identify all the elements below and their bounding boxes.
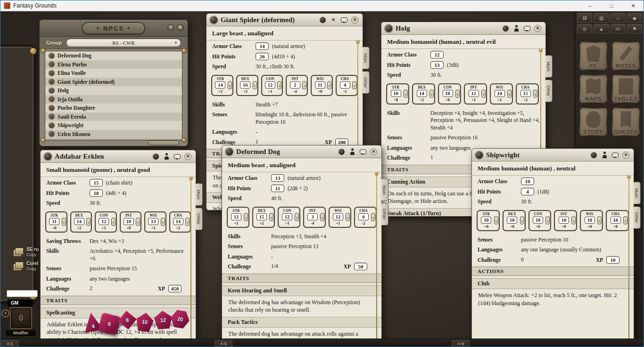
- sidebar-stamp-button[interactable]: NOTES: [612, 42, 640, 70]
- armor-class-value[interactable]: 15: [90, 179, 103, 186]
- ability-score[interactable]: 13: [148, 218, 158, 225]
- close-ic icon[interactable]: ✕: [370, 148, 377, 155]
- ability-score[interactable]: 10: [391, 90, 401, 97]
- statblock-titlebar[interactable]: Shipwright ✕: [472, 149, 634, 161]
- sidebar-stamp-button[interactable]: STORY: [579, 108, 607, 136]
- window-knob-icon[interactable]: [210, 16, 217, 24]
- ability-score[interactable]: 11: [315, 81, 325, 89]
- ability-box[interactable]: CHA 10 +0 S: [606, 210, 629, 231]
- tab-main[interactable]: Main: [545, 55, 553, 78]
- ability-save-roll-icon[interactable]: S: [481, 90, 486, 98]
- tab-main[interactable]: Main: [362, 47, 370, 69]
- hit-points-value[interactable]: 18: [90, 189, 103, 197]
- minimize-button[interactable]: –: [579, 0, 601, 11]
- ability-score[interactable]: 11: [49, 218, 59, 225]
- ability-box[interactable]: CON 12 +1 S: [278, 207, 300, 228]
- ability-save-roll-icon[interactable]: S: [327, 81, 331, 89]
- ability-box[interactable]: WIS 12 +1 S: [329, 207, 351, 228]
- close-icon[interactable]: ✕: [351, 16, 358, 24]
- ability-save-roll-icon[interactable]: S: [545, 217, 550, 225]
- ability-box[interactable]: STR 10 +0 S: [477, 210, 500, 231]
- ability-score[interactable]: 10: [559, 217, 569, 224]
- ability-box[interactable]: INT 10 +0 S: [554, 210, 577, 231]
- ability-score[interactable]: 10: [507, 217, 517, 224]
- tab-other[interactable]: Other: [195, 208, 203, 230]
- os-titlebar[interactable]: Fantasy Grounds – □ ✕: [0, 0, 644, 11]
- ability-save-roll-icon[interactable]: S: [533, 90, 537, 98]
- ability-score[interactable]: 15: [520, 90, 531, 97]
- npc-list-item[interactable]: Holg: [45, 86, 182, 95]
- close-icon[interactable]: ✕: [622, 152, 629, 159]
- npc-window-footer-tab[interactable]: [148, 140, 179, 145]
- lock-icon[interactable]: [338, 149, 345, 155]
- ability-box[interactable]: CON 10 +0 S: [528, 210, 552, 231]
- sidebar-tool-button[interactable]: ⚑: [627, 24, 642, 33]
- group-select[interactable]: RS - CWR ▾: [66, 39, 181, 47]
- ability-score[interactable]: 14: [215, 81, 225, 89]
- ability-box[interactable]: CHA 14 +2 S: [169, 211, 191, 233]
- sidebar-stamp-button[interactable]: PC: [579, 42, 607, 70]
- tab-main[interactable]: Main: [381, 178, 388, 201]
- ability-save-roll-icon[interactable]: S: [429, 90, 434, 98]
- window-knob-icon[interactable]: [226, 148, 233, 155]
- ability-box[interactable]: WIS 14 +2 S: [490, 83, 513, 105]
- ability-box[interactable]: WIS 10 +0 S: [580, 210, 603, 231]
- npc-list-item[interactable]: Giant Spider (deformed): [45, 78, 182, 87]
- ability-save-roll-icon[interactable]: S: [597, 217, 602, 225]
- ability-score[interactable]: 14: [173, 218, 183, 225]
- ability-box[interactable]: CHA 6 -2 S: [354, 207, 377, 228]
- ability-score[interactable]: 12: [333, 213, 343, 220]
- ability-save-roll-icon[interactable]: S: [507, 90, 512, 98]
- statblock-titlebar[interactable]: Deformed Dog ✕: [222, 145, 381, 158]
- tab-main[interactable]: Main: [195, 183, 203, 206]
- ability-save-roll-icon[interactable]: S: [277, 81, 281, 89]
- lock-icon[interactable]: [590, 152, 597, 158]
- ability-save-roll-icon[interactable]: S: [346, 213, 350, 221]
- statblock-titlebar[interactable]: Giant Spider (deformed) ☀ ✕: [206, 14, 363, 26]
- ability-score[interactable]: 3: [307, 213, 318, 220]
- ability-score[interactable]: 14: [495, 90, 505, 97]
- bottom-tab[interactable]: A-5: [215, 340, 232, 347]
- ability-score[interactable]: 12: [469, 90, 479, 97]
- ability-score[interactable]: 16: [240, 81, 250, 89]
- ability-save-roll-icon[interactable]: S: [86, 218, 91, 226]
- npc-list-item[interactable]: Elena Purho: [45, 60, 182, 69]
- ability-box[interactable]: INT 2 -4 S: [286, 75, 308, 96]
- ability-save-roll-icon[interactable]: S: [320, 213, 324, 221]
- ability-save-roll-icon[interactable]: S: [62, 218, 66, 226]
- ability-score[interactable]: 10: [443, 90, 453, 97]
- close-icon[interactable]: ✕: [184, 153, 191, 160]
- tab-other[interactable]: Other: [633, 206, 641, 229]
- statblock-titlebar[interactable]: Addabar Erklen ✕: [41, 150, 196, 163]
- ability-score[interactable]: 15: [256, 213, 267, 220]
- window-knob-icon[interactable]: [476, 152, 483, 159]
- ability-score[interactable]: 10: [124, 218, 134, 225]
- sidebar-stamp-button[interactable]: QUESTS: [612, 108, 640, 136]
- ability-box[interactable]: CON 12 +1 S: [95, 211, 117, 233]
- ability-score[interactable]: 12: [282, 213, 292, 220]
- ability-box[interactable]: WIS 13 +1 S: [144, 211, 166, 233]
- chat-share-icon[interactable]: [359, 149, 367, 154]
- ability-box[interactable]: INT 12 +1 S: [464, 83, 487, 105]
- modifier-box[interactable]: 0: [10, 307, 32, 329]
- tab-other[interactable]: Other: [362, 71, 370, 94]
- sidebar-tool-button[interactable]: ▤: [594, 13, 609, 23]
- close-icon[interactable]: ✕: [534, 25, 541, 32]
- ability-save-roll-icon[interactable]: S: [494, 217, 498, 225]
- ability-save-roll-icon[interactable]: S: [269, 213, 273, 221]
- ability-box[interactable]: DEX 14 +2 S: [70, 211, 92, 233]
- ability-save-roll-icon[interactable]: S: [244, 213, 248, 221]
- chat-share-icon[interactable]: [611, 153, 619, 158]
- hit-points-value[interactable]: 26: [256, 53, 269, 60]
- npc-list-item[interactable]: Irja Outila: [45, 95, 182, 104]
- token-icon[interactable]: [163, 153, 170, 160]
- ability-score[interactable]: 2: [290, 81, 300, 89]
- sidebar-tool-button[interactable]: ☼: [611, 13, 626, 23]
- armor-class-value[interactable]: 12: [430, 51, 444, 58]
- sidebar-tool-button[interactable]: +/-: [611, 24, 626, 33]
- tab-other[interactable]: Other: [381, 203, 388, 226]
- radial-menu-button[interactable]: ✕: [1, 309, 9, 317]
- ability-save-roll-icon[interactable]: S: [623, 217, 627, 225]
- npc-list-item[interactable]: Uzlen Itkonen: [45, 130, 182, 139]
- ability-save-roll-icon[interactable]: S: [161, 218, 165, 226]
